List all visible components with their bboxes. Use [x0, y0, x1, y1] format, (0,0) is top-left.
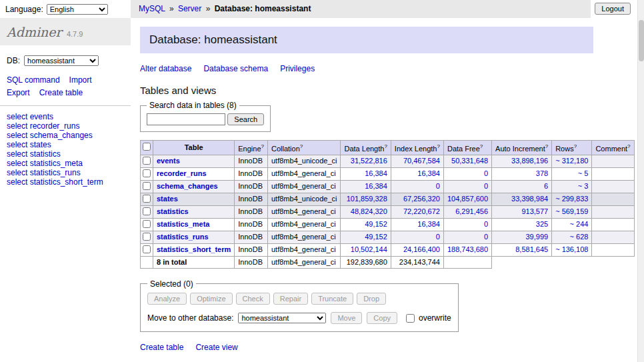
data-free-link[interactable]: 6,291,456 — [455, 207, 488, 215]
table-link[interactable]: statistics_short_term — [157, 245, 231, 253]
auto-increment-link[interactable]: 6 — [544, 182, 548, 190]
data-free-link[interactable]: 0 — [484, 220, 488, 228]
auto-increment-link[interactable]: 913,577 — [521, 207, 548, 215]
drop-button[interactable] — [357, 293, 386, 305]
sidebar-table-select-statistics-short-term[interactable]: select statistics_short_term — [7, 178, 124, 187]
row-checkbox[interactable] — [143, 233, 151, 241]
help-icon[interactable]: ? — [437, 143, 439, 149]
table-link[interactable]: events — [157, 157, 180, 165]
check-button[interactable] — [236, 293, 270, 305]
rows-link[interactable]: ~ 5 — [578, 169, 589, 177]
data-length-link[interactable]: 10,502,144 — [351, 245, 387, 253]
help-icon[interactable]: ? — [300, 143, 303, 149]
index-length-link[interactable]: 16,384 — [417, 220, 440, 228]
auto-increment-link[interactable]: 378 — [536, 169, 548, 177]
auto-increment-link[interactable]: 325 — [536, 220, 548, 228]
sidebar-action-import[interactable]: Import — [69, 75, 92, 85]
db-nav-privileges[interactable]: Privileges — [280, 64, 315, 73]
row-checkbox[interactable] — [143, 182, 151, 190]
data-length-link[interactable]: 16,384 — [365, 182, 387, 190]
table-link[interactable]: states — [157, 195, 178, 203]
rows-link[interactable]: ~ 244 — [570, 220, 589, 228]
version-link[interactable]: 4.7.9 — [67, 30, 83, 38]
table-link[interactable]: recorder_runs — [157, 169, 207, 177]
rows-link[interactable]: ~ 628 — [570, 233, 589, 241]
data-length-link[interactable]: 101,859,328 — [347, 195, 387, 203]
index-length-link[interactable]: 67,256,320 — [403, 195, 440, 203]
sidebar-table-select-statistics-meta[interactable]: select statistics_meta — [7, 159, 124, 168]
help-icon[interactable]: ? — [480, 143, 483, 149]
data-length-link[interactable]: 49,152 — [365, 220, 387, 228]
select-all-checkbox[interactable] — [143, 143, 151, 151]
data-free-link[interactable]: 0 — [484, 169, 488, 177]
scrollbar-track[interactable] — [637, 0, 644, 362]
table-link[interactable]: statistics — [157, 207, 189, 215]
sidebar-action-create-table[interactable]: Create table — [39, 88, 83, 97]
copy-button[interactable] — [367, 312, 397, 324]
table-link[interactable]: schema_changes — [157, 182, 218, 190]
auto-increment-link[interactable]: 33,898,196 — [511, 157, 548, 165]
sidebar-table-select-events[interactable]: select events — [7, 113, 124, 121]
help-icon[interactable]: ? — [261, 143, 264, 149]
rows-link[interactable]: ~ 299,833 — [555, 195, 588, 203]
overwrite-checkbox[interactable] — [406, 314, 415, 323]
create-create-view[interactable]: Create view — [195, 343, 237, 352]
analyze-button[interactable] — [147, 293, 187, 305]
data-length-link[interactable]: 16,384 — [365, 169, 387, 177]
data-free-link[interactable]: 188,743,680 — [447, 245, 488, 253]
db-select[interactable]: homeassistant — [24, 55, 99, 66]
rows-link[interactable]: ~ 3 — [578, 182, 589, 190]
index-length-link[interactable]: 70,467,584 — [403, 157, 440, 165]
row-checkbox[interactable] — [143, 195, 151, 203]
sidebar-action-export[interactable]: Export — [7, 88, 30, 97]
sidebar-table-select-recorder-runs[interactable]: select recorder_runs — [7, 122, 124, 131]
row-checkbox[interactable] — [143, 169, 151, 177]
rows-link[interactable]: ~ 312,180 — [555, 157, 588, 165]
move-button[interactable] — [331, 312, 362, 324]
row-checkbox[interactable] — [143, 207, 151, 215]
auto-increment-link[interactable]: 8,581,645 — [515, 245, 548, 253]
logout-button[interactable]: Logout — [595, 3, 631, 15]
index-length-link[interactable]: 16,384 — [417, 169, 440, 177]
data-length-link[interactable]: 48,824,320 — [351, 207, 387, 215]
help-icon[interactable]: ? — [574, 143, 577, 149]
data-free-link[interactable]: 104,857,600 — [447, 195, 488, 203]
sidebar-table-select-states[interactable]: select states — [7, 141, 124, 149]
create-create-table[interactable]: Create table — [140, 343, 183, 352]
rows-link[interactable]: ~ 569,159 — [555, 207, 588, 215]
table-link[interactable]: statistics_meta — [157, 220, 210, 228]
index-length-link[interactable]: 24,166,400 — [403, 245, 440, 253]
sidebar-table-select-statistics[interactable]: select statistics — [7, 150, 124, 159]
language-select[interactable]: English — [47, 4, 108, 15]
sidebar-table-select-schema-changes[interactable]: select schema_changes — [7, 131, 124, 140]
search-button[interactable]: Search — [227, 113, 264, 125]
auto-increment-link[interactable]: 33,398,984 — [511, 195, 548, 203]
data-free-link[interactable]: 0 — [484, 182, 488, 190]
data-free-link[interactable]: 50,331,648 — [451, 157, 488, 165]
search-input[interactable] — [147, 113, 225, 125]
help-icon[interactable]: ? — [384, 143, 387, 149]
auto-increment-link[interactable]: 39,999 — [526, 233, 549, 241]
breadcrumb-link-mysql[interactable]: MySQL — [139, 4, 165, 13]
move-db-select[interactable]: homeassistant — [238, 313, 326, 323]
row-checkbox[interactable] — [143, 157, 151, 165]
db-nav-alter-database[interactable]: Alter database — [140, 64, 191, 73]
help-icon[interactable]: ? — [627, 143, 630, 149]
sidebar-table-select-statistics-runs[interactable]: select statistics_runs — [7, 169, 124, 177]
optimize-button[interactable] — [190, 293, 232, 305]
row-checkbox[interactable] — [143, 220, 151, 228]
index-length-link[interactable]: 0 — [436, 182, 440, 190]
index-length-link[interactable]: 72,220,672 — [403, 207, 440, 215]
sidebar-action-sql-command[interactable]: SQL command — [7, 75, 60, 85]
data-length-link[interactable]: 31,522,816 — [351, 157, 387, 165]
index-length-link[interactable]: 0 — [436, 233, 440, 241]
rows-link[interactable]: ~ 136,108 — [555, 245, 588, 253]
db-nav-database-schema[interactable]: Database schema — [203, 64, 268, 73]
breadcrumb-link-server[interactable]: Server — [178, 4, 201, 13]
repair-button[interactable] — [273, 293, 308, 305]
help-icon[interactable]: ? — [545, 143, 548, 149]
truncate-button[interactable] — [311, 293, 353, 305]
row-checkbox[interactable] — [143, 245, 151, 253]
data-free-link[interactable]: 0 — [484, 233, 488, 241]
data-length-link[interactable]: 49,152 — [365, 233, 387, 241]
